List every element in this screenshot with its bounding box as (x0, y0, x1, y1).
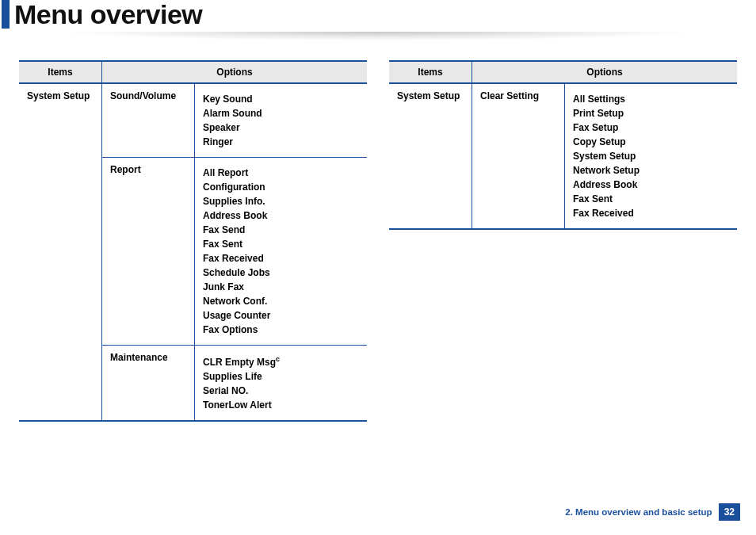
subcategory-cell: Report (102, 158, 195, 346)
left-column: Items Options System SetupSound/VolumeKe… (19, 60, 367, 422)
option-item: CLR Empty Msgc (203, 355, 359, 368)
option-item: Supplies Info. (203, 196, 359, 207)
option-item: All Report (203, 167, 359, 178)
col-header-options: Options (102, 61, 368, 83)
options-cell: Key SoundAlarm SoundSpeakerRinger (195, 83, 368, 158)
option-item: Ringer (203, 136, 359, 147)
option-item: Configuration (203, 182, 359, 193)
option-item: Key Sound (203, 94, 359, 105)
category-cell: System Setup (19, 83, 102, 421)
table-row: System SetupClear SettingAll SettingsPri… (389, 83, 737, 229)
option-item: Fax Setup (573, 122, 729, 133)
options-cell: CLR Empty MsgcSupplies LifeSerial NO.Ton… (195, 346, 368, 422)
option-item: All Settings (573, 94, 729, 105)
option-item: Alarm Sound (203, 108, 359, 119)
option-item: System Setup (573, 151, 729, 162)
footer-chapter: 2. Menu overview and basic setup (565, 507, 718, 517)
subcategory-cell: Maintenance (102, 346, 195, 422)
options-cell: All ReportConfigurationSupplies Info.Add… (195, 158, 368, 346)
category-cell: System Setup (389, 83, 472, 229)
subcategory-cell: Sound/Volume (102, 83, 195, 158)
option-item: Serial NO. (203, 385, 359, 396)
title-accent (2, 0, 10, 29)
option-item: Fax Sent (573, 193, 729, 204)
options-cell: All SettingsPrint SetupFax SetupCopy Set… (565, 83, 738, 229)
option-item: Address Book (203, 210, 359, 221)
option-item: Copy Setup (573, 136, 729, 147)
option-item: Schedule Jobs (203, 267, 359, 278)
option-item: Fax Sent (203, 239, 359, 250)
col-header-items: Items (389, 61, 472, 83)
footer: 2. Menu overview and basic setup 32 (565, 503, 740, 521)
title-shadow (0, 32, 756, 44)
option-item: Address Book (573, 179, 729, 190)
page-title: Menu overview (0, 0, 756, 29)
option-item: Speaker (203, 122, 359, 133)
right-table: Items Options System SetupClear SettingA… (389, 60, 737, 230)
option-item: Fax Received (573, 208, 729, 219)
footer-page-number: 32 (719, 503, 740, 521)
col-header-items: Items (19, 61, 102, 83)
option-footnote: c (276, 355, 280, 363)
left-table: Items Options System SetupSound/VolumeKe… (19, 60, 367, 422)
option-item: Fax Options (203, 324, 359, 335)
right-column: Items Options System SetupClear SettingA… (389, 60, 737, 422)
option-item: Junk Fax (203, 281, 359, 292)
option-item: Usage Counter (203, 310, 359, 321)
option-item: Network Setup (573, 165, 729, 176)
option-item: Fax Received (203, 253, 359, 264)
option-item: Fax Send (203, 224, 359, 235)
subcategory-cell: Clear Setting (472, 83, 565, 229)
option-item: TonerLow Alert (203, 399, 359, 411)
option-item: Network Conf. (203, 296, 359, 307)
content: Items Options System SetupSound/VolumeKe… (0, 60, 756, 422)
option-item: Print Setup (573, 108, 729, 119)
option-item: Supplies Life (203, 371, 359, 382)
title-bar: Menu overview (0, 0, 756, 35)
col-header-options: Options (472, 61, 738, 83)
table-row: System SetupSound/VolumeKey SoundAlarm S… (19, 83, 367, 158)
